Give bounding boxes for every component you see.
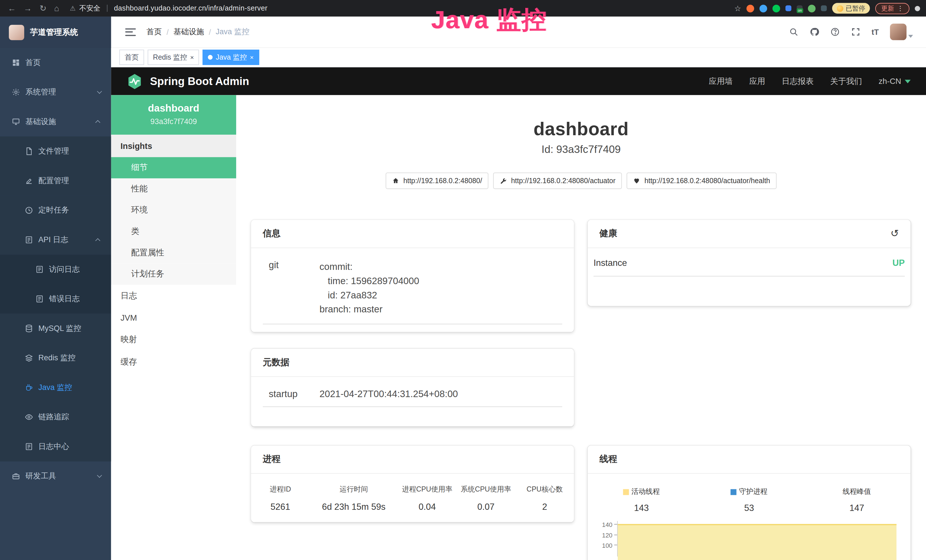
breadcrumb-current: Java 监控: [216, 27, 249, 37]
sba-nav: 应用墙 应用 日志报表 关于我们 zh-CN: [709, 76, 911, 86]
caret-down-icon: [908, 35, 913, 38]
extension-icon[interactable]: [746, 5, 754, 12]
link-label: http://192.168.0.2:48080/: [403, 177, 482, 185]
sidebar-item-mysql[interactable]: MySQL 监控: [0, 314, 111, 344]
breadcrumb-separator: /: [166, 27, 169, 36]
sba-item-scheduled-tasks[interactable]: 计划任务: [111, 263, 236, 285]
health-card-title: 健康: [599, 228, 617, 239]
sba-language-select[interactable]: zh-CN: [879, 77, 911, 86]
health-url-link[interactable]: http://192.168.0.2:48080/actuator/health: [627, 173, 777, 189]
sba-item-caches[interactable]: 缓存: [111, 351, 236, 374]
actuator-url-link[interactable]: http://192.168.0.2:48080/actuator: [493, 173, 622, 189]
font-size-icon[interactable]: tT: [872, 27, 879, 36]
sba-item-details[interactable]: 细节: [111, 157, 236, 179]
sidebar-item-files[interactable]: 文件管理: [0, 136, 111, 166]
sba-brand[interactable]: Spring Boot Admin: [150, 75, 249, 88]
update-button[interactable]: 更新 ⋮: [875, 3, 909, 14]
metadata-card: 元数据 startup 2021-04-27T00:44:31.254+08:0…: [251, 349, 574, 427]
url-text[interactable]: dashboard.yudao.iocoder.cn/infra/admin-s…: [114, 4, 268, 12]
github-icon[interactable]: [809, 27, 819, 36]
chevron-down-icon: [97, 89, 102, 94]
close-icon[interactable]: ×: [190, 54, 194, 61]
sidebar-item-log-center[interactable]: 日志中心: [0, 432, 111, 462]
extension-icon[interactable]: [773, 5, 780, 12]
address-bar[interactable]: ⚠ 不安全 dashboard.yudao.iocoder.cn/infra/a…: [70, 3, 268, 13]
sba-header: Spring Boot Admin 应用墙 应用 日志报表 关于我们 zh-CN: [111, 67, 926, 95]
sba-item-metrics[interactable]: 性能: [111, 178, 236, 200]
gear-icon: [12, 88, 20, 97]
sba-nav-applications[interactable]: 应用: [749, 76, 765, 86]
col-value: 0.04: [398, 501, 457, 512]
tab-label: Redis 监控: [153, 52, 187, 62]
profile-icon[interactable]: [915, 6, 920, 11]
bookmark-star-icon[interactable]: ☆: [734, 4, 741, 12]
extension-on-icon[interactable]: on: [797, 5, 803, 11]
home-icon[interactable]: ⌂: [54, 4, 59, 12]
tab-home[interactable]: 首页: [119, 50, 144, 65]
threads-card: 线程 活动线程 143 守护进程 53 线程峰值: [587, 445, 911, 560]
fullscreen-icon[interactable]: [851, 27, 860, 36]
wrench-icon: [500, 177, 507, 184]
close-icon[interactable]: ×: [250, 54, 254, 61]
sba-frame: Spring Boot Admin 应用墙 应用 日志报表 关于我们 zh-CN…: [111, 67, 926, 560]
app-sidebar: 芋道管理系统 首页 系统管理 基础设施 文件管理 配置管理 定时任务: [0, 17, 111, 560]
chevron-up-icon: [95, 238, 100, 243]
history-icon[interactable]: ↺: [890, 229, 899, 239]
forward-icon[interactable]: →: [24, 4, 32, 12]
sba-item-environment[interactable]: 环境: [111, 200, 236, 221]
breadcrumb-infra[interactable]: 基础设施: [173, 27, 204, 37]
sidebar-item-label: MySQL 监控: [38, 323, 81, 334]
sidebar-item-jobs[interactable]: 定时任务: [0, 195, 111, 225]
sba-item-classes[interactable]: 类: [111, 221, 236, 242]
extension-icon[interactable]: [785, 5, 791, 11]
sidebar-item-config[interactable]: 配置管理: [0, 166, 111, 196]
sba-item-jvm[interactable]: JVM: [111, 307, 236, 328]
sidebar-item-system[interactable]: 系统管理: [0, 77, 111, 107]
annotation-text: Java 监控: [412, 3, 566, 36]
paused-badge[interactable]: 已暂停: [832, 3, 870, 14]
sba-nav-about[interactable]: 关于我们: [830, 76, 862, 86]
card-title: 进程: [251, 445, 574, 474]
search-icon[interactable]: [789, 27, 798, 36]
hamburger-icon[interactable]: [125, 28, 136, 36]
sidebar-item-trace[interactable]: 链路追踪: [0, 402, 111, 432]
metadata-key: startup: [263, 389, 320, 400]
monitor-icon: [12, 118, 20, 126]
sidebar-item-java-monitor[interactable]: Java 监控: [0, 373, 111, 403]
sba-nav-wallboard[interactable]: 应用墙: [709, 76, 732, 86]
sba-nav-journal[interactable]: 日志报表: [782, 76, 814, 86]
user-menu[interactable]: [890, 24, 913, 40]
tab-java-monitor[interactable]: Java 监控 ×: [203, 50, 259, 65]
sidebar-item-redis[interactable]: Redis 监控: [0, 343, 111, 373]
page-title: dashboard: [236, 119, 926, 140]
col-header: 系统CPU使用率: [457, 478, 515, 501]
legend-value: 53: [695, 502, 803, 513]
breadcrumb-home[interactable]: 首页: [147, 27, 162, 37]
process-col: 进程ID5261: [251, 478, 310, 512]
sba-item-logs[interactable]: 日志: [111, 285, 236, 307]
extension-icon[interactable]: [760, 5, 767, 12]
legend-value: 147: [803, 502, 911, 513]
sidebar-item-infra[interactable]: 基础设施: [0, 107, 111, 137]
git-branch-line: branch: master: [319, 303, 562, 317]
tab-redis-monitor[interactable]: Redis 监控 ×: [148, 50, 199, 65]
card-title: 健康 ↺: [587, 219, 911, 248]
sidebar-item-home[interactable]: 首页: [0, 48, 111, 77]
sidebar-item-devtools[interactable]: 研发工具: [0, 461, 111, 491]
link-label: http://192.168.0.2:48080/actuator: [511, 177, 616, 185]
sidebar-item-access-log[interactable]: 访问日志: [0, 255, 111, 285]
extension-icon[interactable]: [808, 5, 816, 12]
extension-icon[interactable]: [821, 5, 827, 11]
on-badge: on: [797, 8, 803, 13]
sidebar-item-label: 访问日志: [49, 264, 80, 275]
sidebar-item-api-log[interactable]: API 日志: [0, 225, 111, 255]
sidebar-item-error-log[interactable]: 错误日志: [0, 284, 111, 314]
sba-item-mappings[interactable]: 映射: [111, 328, 236, 351]
reload-icon[interactable]: ↻: [39, 4, 47, 12]
service-url-link[interactable]: http://192.168.0.2:48080/: [386, 173, 489, 189]
col-value: 6d 23h 15m 59s: [310, 501, 398, 512]
help-icon[interactable]: [830, 27, 840, 36]
sba-item-config-props[interactable]: 配置属性: [111, 242, 236, 263]
dashboard-icon: [12, 59, 20, 67]
back-icon[interactable]: ←: [8, 4, 16, 12]
